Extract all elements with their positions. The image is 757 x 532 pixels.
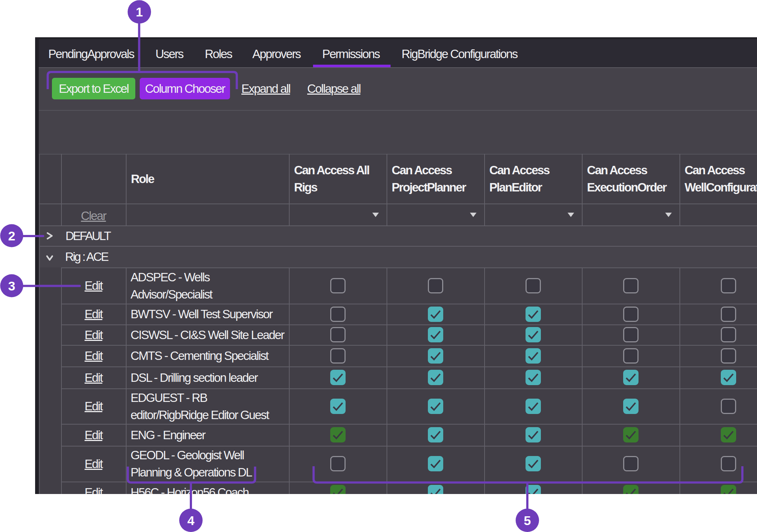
svg-text:4: 4 — [187, 513, 195, 528]
svg-text:5: 5 — [524, 513, 531, 528]
svg-text:1: 1 — [136, 5, 143, 19]
svg-text:3: 3 — [8, 279, 15, 293]
svg-text:2: 2 — [8, 229, 15, 243]
